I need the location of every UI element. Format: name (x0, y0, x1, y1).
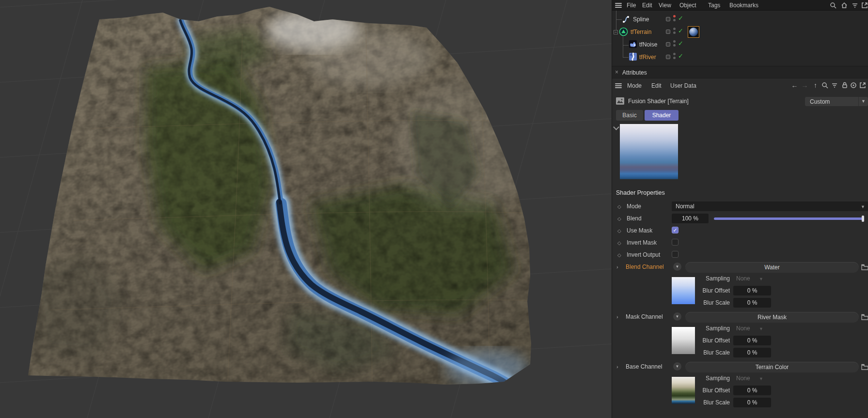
blur-offset-field[interactable]: 0 % (733, 336, 771, 345)
attr-menu-mode[interactable]: Mode (627, 82, 642, 89)
lock-icon[interactable] (840, 81, 849, 90)
channel-options-button[interactable]: ▼ (673, 263, 681, 271)
object-manager: Spline ✓ − tfTerrain ✓ tfNoise (612, 11, 868, 66)
invert-mask-checkbox[interactable] (672, 239, 679, 246)
sampling-dropdown-disabled: None ▼ (733, 274, 765, 283)
mask-channel-thumbnail[interactable] (672, 327, 695, 354)
menu-object[interactable]: Object (679, 2, 696, 9)
blend-channel-button[interactable]: Water (685, 262, 859, 273)
menu-icon[interactable] (615, 83, 622, 88)
back-arrow-icon[interactable]: ← (790, 81, 799, 90)
tree-label-tfterrain[interactable]: tfTerrain (631, 29, 651, 35)
home-icon[interactable] (840, 1, 848, 9)
base-channel-button[interactable]: Terrain Color (685, 362, 859, 372)
spline-icon (622, 15, 631, 24)
section-shader-properties: Shader Properties (616, 189, 665, 196)
blend-channel-thumbnail[interactable] (672, 277, 695, 304)
blend-channel-label[interactable]: Blend Channel (626, 263, 664, 270)
base-channel-thumbnail[interactable] (672, 377, 695, 404)
search-icon[interactable] (821, 81, 829, 90)
forward-arrow-icon[interactable]: → (801, 81, 809, 90)
key-diamond-icon[interactable]: ◇ (617, 240, 621, 246)
tree-label-tfriver[interactable]: tfRiver (639, 54, 656, 61)
blur-scale-label: Blur Scale (694, 399, 730, 406)
viewport-3d[interactable] (0, 0, 612, 418)
expand-chevron-icon[interactable]: › (616, 364, 618, 370)
enable-dot-top[interactable] (673, 15, 676, 17)
slider-knob[interactable] (862, 216, 864, 222)
enable-dot-bottom[interactable] (673, 44, 676, 46)
menu-file[interactable]: File (627, 2, 636, 9)
filter-icon[interactable] (830, 81, 838, 90)
base-channel-label[interactable]: Base Channel (626, 363, 662, 370)
enable-dot-bottom[interactable] (673, 19, 676, 21)
enable-dot-top[interactable] (673, 40, 676, 43)
channel-options-button[interactable]: ▼ (673, 362, 681, 371)
collapse-chevron-icon[interactable] (613, 124, 619, 130)
menu-edit[interactable]: Edit (642, 2, 652, 9)
layer-square-icon[interactable] (666, 42, 670, 46)
menu-icon[interactable] (615, 3, 622, 8)
enable-dot-bottom[interactable] (673, 57, 676, 59)
key-diamond-icon[interactable]: ◇ (617, 228, 621, 233)
preset-dropdown[interactable]: Custom ▼ (805, 97, 868, 106)
chevron-down-icon: ▼ (759, 277, 763, 281)
blur-offset-field[interactable]: 0 % (733, 386, 771, 395)
enable-dot-top[interactable] (673, 28, 676, 30)
layer-square-icon[interactable] (666, 55, 670, 59)
blend-label: Blend (627, 215, 642, 222)
mask-channel-label[interactable]: Mask Channel (626, 313, 663, 320)
folder-icon[interactable] (861, 264, 868, 270)
visible-check-icon[interactable]: ✓ (678, 53, 683, 59)
chevron-down-icon: ▼ (759, 376, 763, 381)
tree-label-spline[interactable]: Spline (633, 16, 649, 23)
blend-value-field[interactable]: 100 % (672, 214, 709, 223)
visible-check-icon[interactable]: ✓ (678, 40, 683, 46)
close-icon[interactable]: × (615, 69, 618, 76)
blend-slider[interactable] (714, 214, 864, 223)
tab-basic[interactable]: Basic (616, 110, 643, 121)
layer-square-icon[interactable] (666, 17, 670, 21)
mask-channel-button[interactable]: River Mask (685, 312, 859, 323)
blur-scale-label: Blur Scale (694, 349, 730, 356)
open-window-icon[interactable] (858, 81, 867, 90)
menu-bookmarks[interactable]: Bookmarks (729, 2, 758, 9)
key-diamond-icon[interactable]: ◇ (617, 216, 621, 221)
blur-scale-field[interactable]: 0 % (733, 348, 771, 357)
collapse-expander[interactable]: − (614, 30, 618, 34)
tab-shader[interactable]: Shader (645, 110, 679, 121)
visible-check-icon[interactable]: ✓ (678, 15, 683, 21)
tree-label-tfnoise[interactable]: tfNoise (639, 41, 657, 48)
menu-view[interactable]: View (659, 2, 671, 9)
menu-tags[interactable]: Tags (708, 2, 720, 9)
expand-chevron-icon[interactable]: › (616, 264, 618, 270)
filter-icon[interactable] (851, 1, 859, 9)
attr-menu-user-data[interactable]: User Data (670, 82, 696, 89)
visible-check-icon[interactable]: ✓ (678, 28, 683, 34)
blur-scale-field[interactable]: 0 % (733, 398, 771, 407)
search-icon[interactable] (829, 1, 837, 9)
channel-options-button[interactable]: ▼ (673, 312, 681, 321)
layer-square-icon[interactable] (666, 30, 670, 34)
sampling-value: None (736, 325, 750, 332)
key-diamond-icon[interactable]: ◇ (617, 204, 621, 209)
key-diamond-icon[interactable]: ◇ (617, 252, 621, 258)
expand-chevron-icon[interactable]: › (616, 314, 618, 320)
target-icon[interactable] (849, 81, 857, 90)
blur-offset-field[interactable]: 0 % (733, 286, 771, 295)
blur-scale-field[interactable]: 0 % (733, 298, 771, 308)
terrain-operator-icon (619, 27, 628, 36)
shader-title: Fusion Shader [Terrain] (628, 98, 689, 105)
use-mask-checkbox[interactable]: ✓ (672, 227, 679, 233)
enable-dot-top[interactable] (673, 53, 676, 55)
attr-menu-edit[interactable]: Edit (651, 82, 662, 89)
mode-dropdown[interactable]: Normal ▼ (672, 201, 868, 211)
enable-dot-bottom[interactable] (673, 31, 676, 34)
folder-icon[interactable] (861, 314, 868, 320)
shader-preview[interactable] (620, 124, 678, 179)
material-thumbnail[interactable] (688, 26, 699, 38)
up-arrow-icon[interactable]: ↑ (811, 81, 820, 90)
folder-icon[interactable] (861, 364, 868, 370)
open-window-icon[interactable] (861, 1, 868, 9)
invert-output-checkbox[interactable] (672, 251, 679, 258)
